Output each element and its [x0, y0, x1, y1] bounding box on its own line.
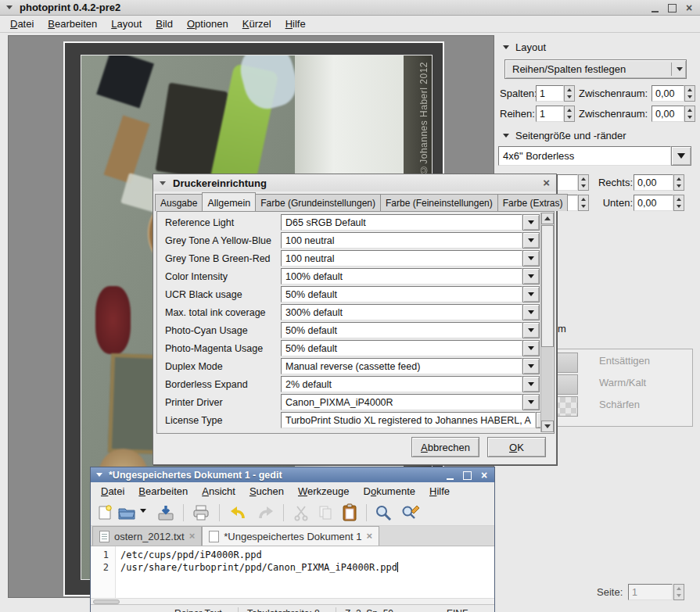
- print-button[interactable]: [191, 503, 211, 523]
- minimize-button[interactable]: [445, 471, 454, 480]
- rechts-spinner[interactable]: [673, 174, 684, 191]
- menu-datei[interactable]: Datei: [94, 484, 131, 499]
- doc-type-combo[interactable]: Reiner Text: [174, 608, 230, 612]
- scrollbar-thumb[interactable]: [541, 225, 554, 347]
- spin-up-icon[interactable]: [685, 86, 695, 94]
- spin-down-icon[interactable]: [579, 183, 588, 191]
- spin-down-icon[interactable]: [565, 114, 574, 122]
- dropdown-button[interactable]: [522, 394, 540, 410]
- photo-cyan-dropdown[interactable]: 50% default: [281, 322, 540, 338]
- tab-ostern-2012[interactable]: ostern_2012.txt ×: [92, 526, 202, 546]
- maximize-button[interactable]: [462, 471, 472, 480]
- reference-light-dropdown[interactable]: D65 sRGB Default: [281, 214, 540, 231]
- scroll-up-button[interactable]: [541, 213, 554, 224]
- spin-up-icon[interactable]: [674, 195, 684, 203]
- paper-size-dropdown-button[interactable]: [671, 146, 691, 166]
- tab-allgemein[interactable]: Allgemein: [202, 192, 256, 211]
- cancel-button[interactable]: Abbrechen: [411, 437, 479, 457]
- dropdown-button[interactable]: [522, 268, 540, 285]
- open-button[interactable]: [117, 503, 137, 523]
- dropdown-button[interactable]: [522, 304, 540, 320]
- undo-button[interactable]: [227, 503, 247, 523]
- window-shade-icon[interactable]: [96, 473, 102, 477]
- menu-werkzeuge[interactable]: Werkzeuge: [291, 484, 357, 499]
- license-type-dropdown[interactable]: TurboPrint Studio XL registered to Johan…: [281, 412, 553, 428]
- tab-farbe-extras[interactable]: Farbe (Extras): [497, 194, 569, 211]
- redo-button[interactable]: [257, 503, 277, 523]
- maximize-button[interactable]: [667, 3, 677, 13]
- photoprint-titlebar[interactable]: photoprint 0.4.2-pre2 ×: [0, 0, 700, 16]
- menu-bild[interactable]: Bild: [149, 16, 180, 31]
- find-button[interactable]: [373, 503, 393, 523]
- margin-spinner[interactable]: [578, 174, 589, 191]
- gedit-titlebar[interactable]: *Ungespeichertes Dokument 1 - gedit ×: [91, 467, 494, 482]
- editor-text[interactable]: /etc/cups/ppd/iP4000R.ppd /usr/share/tur…: [116, 546, 494, 598]
- menu-dokumente[interactable]: Dokumente: [357, 484, 423, 499]
- spin-down-icon[interactable]: [674, 203, 684, 211]
- tab-close-icon[interactable]: ×: [189, 532, 196, 540]
- rechts-input[interactable]: 0,00: [634, 174, 673, 191]
- menu-hilfe[interactable]: Hilfe: [422, 484, 457, 499]
- spalten-spinner[interactable]: [564, 85, 575, 102]
- scroll-down-button[interactable]: [541, 421, 554, 432]
- tab-farbe-grundeinstellungen[interactable]: Farbe (Grundeinstellungen): [255, 194, 381, 211]
- tab-width-combo[interactable]: Tabulatorbreite: 8: [247, 608, 328, 612]
- tab-unsaved-document[interactable]: *Ungespeichertes Dokument 1 ×: [202, 526, 379, 546]
- menu-suchen[interactable]: Suchen: [242, 484, 291, 499]
- layout-preset-button[interactable]: Reihen/Spalten festlegen: [504, 59, 687, 79]
- dropdown-button[interactable]: [522, 340, 540, 356]
- duplex-mode-dropdown[interactable]: Manual reverse (cassette feed): [281, 358, 540, 374]
- close-icon[interactable]: ×: [543, 177, 550, 188]
- close-button[interactable]: ×: [479, 471, 489, 480]
- menu-bearbeiten[interactable]: Bearbeiten: [131, 484, 195, 499]
- dialog-titlebar[interactable]: Druckereinrichtung ×: [153, 174, 556, 191]
- printer-driver-dropdown[interactable]: Canon_PIXMA_iP4000R: [281, 394, 540, 410]
- menu-datei[interactable]: Datei: [3, 16, 41, 31]
- save-button[interactable]: [156, 503, 176, 523]
- minimize-button[interactable]: [650, 3, 659, 13]
- margin-spinner[interactable]: [578, 195, 589, 211]
- unten-spinner[interactable]: [673, 195, 684, 211]
- spin-up-icon[interactable]: [674, 175, 684, 183]
- tab-close-icon[interactable]: ×: [367, 532, 373, 540]
- text-editor-area[interactable]: 1 2 /etc/cups/ppd/iP4000R.ppd /usr/share…: [91, 546, 494, 598]
- menu-layout[interactable]: Layout: [104, 16, 149, 31]
- window-shade-icon[interactable]: [160, 181, 166, 185]
- new-document-button[interactable]: [95, 503, 115, 523]
- max-ink-coverage-dropdown[interactable]: 300% default: [281, 304, 540, 320]
- spin-up-icon[interactable]: [674, 585, 684, 592]
- dropdown-button[interactable]: [522, 214, 540, 231]
- zwischenraum-spinner[interactable]: [684, 85, 695, 102]
- dialog-scrollbar[interactable]: [540, 213, 553, 432]
- dropdown-button[interactable]: [522, 232, 540, 249]
- spin-up-icon[interactable]: [579, 195, 588, 203]
- spin-down-icon[interactable]: [685, 94, 695, 102]
- page-size-expander[interactable]: Seitengröße und -ränder: [503, 130, 626, 141]
- close-button[interactable]: ×: [684, 3, 694, 13]
- menu-hilfe[interactable]: Hilfe: [278, 16, 313, 31]
- window-shade-icon[interactable]: [6, 5, 13, 9]
- copy-button[interactable]: [315, 503, 336, 523]
- ok-button[interactable]: OK: [487, 437, 546, 457]
- spin-up-icon[interactable]: [685, 106, 695, 114]
- grey-tone-a-dropdown[interactable]: 100 neutral: [281, 232, 540, 249]
- tab-farbe-feineinstellungen[interactable]: Farbe (Feineinstellungen): [380, 194, 498, 211]
- reihen-spinner[interactable]: [564, 106, 575, 122]
- spin-up-icon[interactable]: [579, 175, 588, 183]
- zwischenraum-spinner[interactable]: [684, 106, 695, 122]
- preset-dropdown-button[interactable]: [671, 63, 683, 76]
- spin-down-icon[interactable]: [685, 114, 695, 122]
- color-intensity-dropdown[interactable]: 100% default: [281, 268, 540, 285]
- reihen-input[interactable]: 1: [536, 106, 564, 122]
- cut-button[interactable]: [291, 503, 311, 523]
- dropdown-button[interactable]: [522, 358, 540, 374]
- paste-button[interactable]: [339, 503, 360, 523]
- spin-down-icon[interactable]: [674, 592, 684, 600]
- menu-optionen[interactable]: Optionen: [180, 16, 235, 31]
- dropdown-button[interactable]: [522, 376, 540, 392]
- unten-input[interactable]: 0,00: [634, 195, 673, 211]
- borderless-expand-dropdown[interactable]: 2% default: [281, 376, 540, 392]
- tab-ausgabe[interactable]: Ausgabe: [155, 194, 203, 211]
- photo-magenta-dropdown[interactable]: 50% default: [281, 340, 540, 356]
- spin-down-icon[interactable]: [565, 94, 574, 102]
